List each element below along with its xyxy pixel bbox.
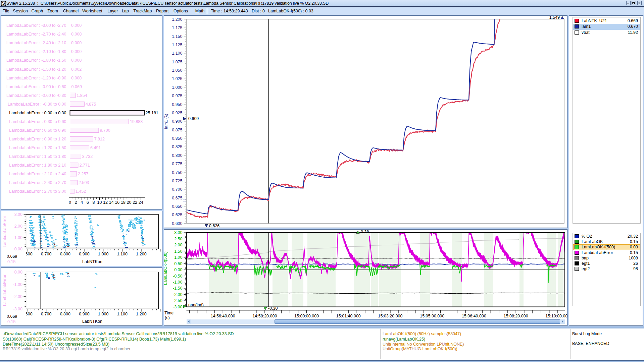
svg-text:2.50: 2.50 xyxy=(174,237,182,241)
svg-text:15:00:00.000: 15:00:00.000 xyxy=(294,314,319,318)
svg-text:LambdaLabError: LambdaLabError xyxy=(2,275,7,306)
svg-text:2.257: 2.257 xyxy=(78,172,88,176)
svg-text:-3.00: -3.00 xyxy=(13,307,23,311)
svg-text:LabNTKon: LabNTKon xyxy=(82,319,102,324)
svg-text:0.000: 0.000 xyxy=(71,41,82,45)
svg-text:LambdaLabError : 1.80 to 2.10: LambdaLabError : 1.80 to 2.10 xyxy=(9,163,66,168)
svg-text:0.875: 0.875 xyxy=(172,128,182,132)
svg-text:12: 12 xyxy=(103,200,108,205)
svg-text:1.200: 1.200 xyxy=(136,252,146,256)
svg-text:LambdaLabError : -1.20 to -0.9: LambdaLabError : -1.20 to -0.90 xyxy=(6,76,66,80)
svg-text:1.050: 1.050 xyxy=(172,68,182,73)
svg-text:15:06:40.000: 15:06:40.000 xyxy=(462,314,486,318)
svg-text:-3.00: -3.00 xyxy=(173,305,183,309)
svg-text:20: 20 xyxy=(127,200,132,205)
svg-text:0.50: 0.50 xyxy=(174,261,182,266)
svg-text:0.15: 0.15 xyxy=(7,259,15,264)
svg-text:1.000: 1.000 xyxy=(98,252,108,256)
svg-text:Time: Time xyxy=(164,311,174,315)
svg-text:1.175: 1.175 xyxy=(172,25,182,30)
svg-text:0.000: 0.000 xyxy=(71,76,82,80)
svg-text:2.00: 2.00 xyxy=(174,243,182,247)
svg-text:LambdaLabError : 2.40 to 2.70: LambdaLabError : 2.40 to 2.70 xyxy=(9,180,66,185)
svg-text:19.883: 19.883 xyxy=(130,119,143,124)
svg-text:0.850: 0.850 xyxy=(172,136,182,141)
svg-text:LabNTKon: LabNTKon xyxy=(82,259,102,264)
svg-text:15:05:00.000: 15:05:00.000 xyxy=(420,314,444,318)
svg-text:LamLabOK-f(500): LamLabOK-f(500) xyxy=(164,251,168,285)
svg-text:0.00: 0.00 xyxy=(14,270,22,275)
svg-text:0: 0 xyxy=(69,200,71,205)
svg-text:4: 4 xyxy=(81,200,83,205)
svg-text:6: 6 xyxy=(87,200,89,205)
svg-text:0.775: 0.775 xyxy=(172,162,182,166)
svg-text:1.200: 1.200 xyxy=(172,17,182,22)
svg-text:0.825: 0.825 xyxy=(172,144,182,149)
svg-text:0.00: 0.00 xyxy=(14,247,22,251)
svg-text:S: S xyxy=(2,1,5,6)
svg-text:0.675: 0.675 xyxy=(172,196,182,200)
svg-text:LambdaLabError : -0.90 to -0.6: LambdaLabError : -0.90 to -0.60 xyxy=(6,84,66,89)
svg-text:0.600: 0.600 xyxy=(22,252,32,256)
svg-text:0.909: 0.909 xyxy=(188,116,199,121)
svg-text:10: 10 xyxy=(97,200,102,205)
svg-text:-1.00: -1.00 xyxy=(173,280,183,285)
svg-text:LambdaLabError : -2.70 to -2.4: LambdaLabError : -2.70 to -2.40 xyxy=(6,32,66,37)
svg-text:1.452: 1.452 xyxy=(76,189,86,194)
svg-text:0.669: 0.669 xyxy=(7,314,17,319)
svg-text:9.700: 9.700 xyxy=(100,128,110,133)
svg-text:0.069: 0.069 xyxy=(71,84,82,89)
svg-text:0.800: 0.800 xyxy=(60,312,70,316)
svg-text:lam1 (λ): lam1 (λ) xyxy=(164,114,168,129)
svg-text:LambdaLabError : -1.80 to -1.5: LambdaLabError : -1.80 to -1.50 xyxy=(6,58,66,63)
svg-text:0.669: 0.669 xyxy=(7,254,17,259)
svg-text:0.600: 0.600 xyxy=(22,312,32,316)
svg-text:1.854: 1.854 xyxy=(77,93,87,98)
svg-text:LambdaLabError : -0.60 to -0.3: LambdaLabError : -0.60 to -0.30 xyxy=(6,93,66,98)
svg-text:-1.00: -1.00 xyxy=(13,282,23,287)
svg-text:14:58:20.000: 14:58:20.000 xyxy=(252,314,277,318)
svg-text:4.875: 4.875 xyxy=(86,102,96,107)
svg-text:0.000: 0.000 xyxy=(71,49,82,54)
svg-text:-1.50: -1.50 xyxy=(173,286,183,291)
svg-text:1.00: 1.00 xyxy=(174,255,182,260)
svg-text:1.100: 1.100 xyxy=(117,252,128,256)
svg-text:0.925: 0.925 xyxy=(172,111,182,115)
svg-text:nan(ind): nan(ind) xyxy=(188,303,204,307)
svg-text:2.771: 2.771 xyxy=(79,163,90,168)
svg-text:LambdaLabError : -2.10 to -1.8: LambdaLabError : -2.10 to -1.80 xyxy=(6,49,66,54)
svg-text:-2.50: -2.50 xyxy=(173,298,183,303)
svg-text:1.000: 1.000 xyxy=(98,312,108,316)
svg-text:0.750: 0.750 xyxy=(172,170,182,175)
svg-text:-2.00: -2.00 xyxy=(13,294,23,299)
svg-text:8: 8 xyxy=(92,200,95,205)
svg-text:3.00: 3.00 xyxy=(174,230,182,235)
svg-text:LambdaLabError : 0.90 to 1.20: LambdaLabError : 0.90 to 1.20 xyxy=(9,137,66,141)
svg-text:6.491: 6.491 xyxy=(90,145,101,150)
svg-text:0.700: 0.700 xyxy=(41,252,51,256)
svg-text:LambdaLabError : -0.30 to 0.00: LambdaLabError : -0.30 to 0.00 xyxy=(8,102,66,107)
svg-text:-0.50: -0.50 xyxy=(173,274,183,279)
svg-text:LambdaLabError : 2.70 to 3.00: LambdaLabError : 2.70 to 3.00 xyxy=(9,189,66,194)
svg-text:LambdaLabError : -3.00 to -2.7: LambdaLabError : -3.00 to -2.70 xyxy=(6,23,66,28)
svg-text:1.00: 1.00 xyxy=(14,235,22,240)
svg-text:LambdaLabError : -2.40 to -2.1: LambdaLabError : -2.40 to -2.10 xyxy=(6,41,66,45)
svg-text:0.000: 0.000 xyxy=(71,23,82,28)
svg-text:0.000: 0.000 xyxy=(71,58,82,63)
svg-text:1.50: 1.50 xyxy=(174,249,182,254)
svg-text:0.15: 0.15 xyxy=(7,319,15,324)
svg-text:(s): (s) xyxy=(165,315,170,320)
svg-text:0.000: 0.000 xyxy=(71,32,82,37)
svg-text:1.100: 1.100 xyxy=(172,51,182,56)
svg-text:1.075: 1.075 xyxy=(172,60,182,64)
svg-text:2.00: 2.00 xyxy=(14,224,22,229)
svg-text:0.725: 0.725 xyxy=(172,179,182,183)
svg-text:14:56:40.000: 14:56:40.000 xyxy=(211,314,235,318)
svg-text:24: 24 xyxy=(139,200,143,205)
svg-text:7.812: 7.812 xyxy=(94,137,105,141)
svg-text:1.200: 1.200 xyxy=(136,312,146,316)
svg-text:22: 22 xyxy=(133,200,137,205)
svg-text:0.38: 0.38 xyxy=(361,230,369,234)
svg-text:2: 2 xyxy=(75,200,77,205)
svg-text:-0.30: -0.30 xyxy=(268,306,278,311)
